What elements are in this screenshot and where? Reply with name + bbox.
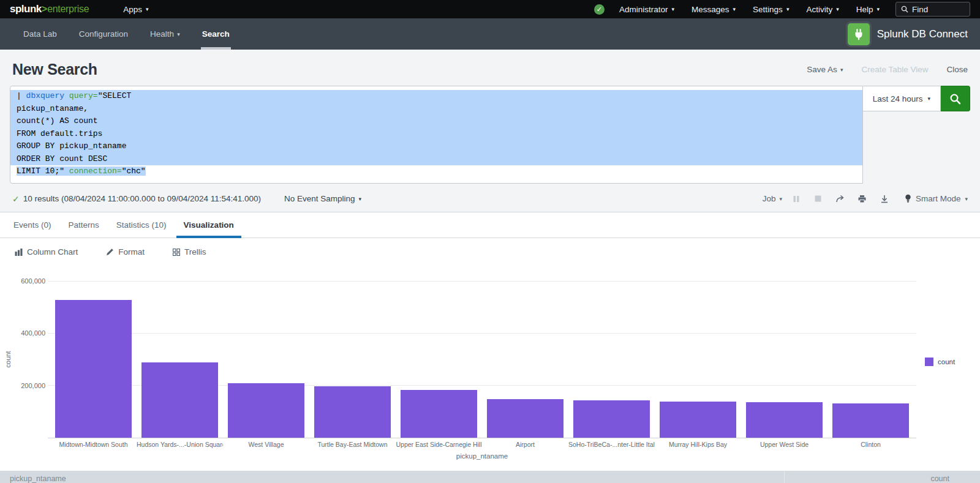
chevron-down-icon: ▾ — [733, 6, 736, 12]
tab-statistics[interactable]: Statistics (10) — [108, 220, 175, 238]
chart-bar[interactable] — [832, 403, 908, 437]
tab-events[interactable]: Events (0) — [5, 220, 60, 238]
query-line: GROUP BY pickup_ntaname — [10, 140, 862, 153]
table-header-count[interactable]: count — [784, 471, 980, 483]
chevron-down-icon: ▾ — [836, 6, 839, 12]
bar-slot — [396, 281, 482, 438]
bar-slot — [137, 281, 223, 438]
lightbulb-icon — [905, 194, 911, 203]
chart-bar[interactable] — [487, 399, 563, 438]
export-download-icon[interactable] — [876, 192, 892, 206]
job-menu[interactable]: Job▾ — [763, 194, 782, 203]
splunk-logo[interactable]: splunk>enterprise — [10, 3, 89, 15]
query-line: ORDER BY count DESC — [10, 153, 862, 166]
query-line: pickup_ntaname, — [10, 103, 862, 116]
tab-patterns[interactable]: Patterns — [60, 220, 108, 238]
settings-menu[interactable]: Settings▾ — [744, 0, 797, 18]
job-controls: Job▾ Smart Mode▾ — [763, 192, 968, 206]
chart-bar[interactable] — [314, 386, 390, 438]
find-search-input[interactable]: Find — [895, 2, 970, 17]
query-line: | dbxquery query="SELECT — [10, 90, 862, 103]
chevron-down-icon: ▾ — [876, 6, 880, 12]
y-axis-labels: 600,000 400,000 200,000 — [16, 281, 48, 438]
apps-menu[interactable]: Apps▾ — [115, 0, 157, 18]
nav-label: Search — [202, 29, 230, 39]
legend-label: count — [938, 358, 955, 365]
chart-bar[interactable] — [660, 402, 736, 437]
chart-legend[interactable]: count — [916, 358, 980, 366]
x-axis-label: Hudson Yards-...-Union Square — [137, 441, 223, 448]
chart-bar[interactable] — [746, 402, 822, 437]
bars-container — [48, 281, 916, 438]
chevron-down-icon: ▾ — [672, 6, 675, 12]
event-sampling-menu[interactable]: No Event Sampling▾ — [284, 194, 361, 203]
close-button[interactable]: Close — [946, 65, 968, 74]
plot-area — [48, 281, 916, 438]
nav-item-configuration[interactable]: Configuration — [68, 18, 139, 50]
format-button[interactable]: Format — [106, 247, 145, 256]
app-nav-bar: Data Lab Configuration Health▾ Search Sp… — [0, 18, 980, 50]
run-search-button[interactable] — [941, 86, 970, 111]
chart-type-label: Column Chart — [27, 247, 78, 256]
pause-icon[interactable] — [788, 192, 804, 206]
x-axis-label: Airport — [482, 441, 568, 448]
visualization-toolbar: Column Chart Format Trellis — [0, 238, 980, 266]
chart-bar[interactable] — [55, 300, 131, 437]
trellis-button[interactable]: Trellis — [173, 247, 206, 256]
chart-bar[interactable] — [401, 390, 477, 438]
bar-slot — [482, 281, 568, 438]
table-header-pickup-ntaname[interactable]: pickup_ntaname — [0, 471, 784, 483]
print-icon[interactable] — [854, 192, 870, 206]
search-query-input[interactable]: | dbxquery query="SELECT pickup_ntaname,… — [10, 86, 863, 184]
close-label: Close — [946, 65, 968, 74]
logo-gt: > — [42, 4, 47, 15]
create-table-view-button: Create Table View — [861, 65, 928, 74]
nav-label: Health — [150, 29, 174, 39]
save-as-button[interactable]: Save As▾ — [807, 65, 843, 74]
tab-visualization[interactable]: Visualization — [175, 220, 243, 238]
x-axis-label: Murray Hill-Kips Bay — [655, 441, 741, 448]
bar-slot — [50, 281, 137, 438]
nav-item-health[interactable]: Health▾ — [139, 18, 191, 50]
time-range-label: Last 24 hours — [873, 94, 923, 103]
search-icon — [901, 6, 908, 13]
search-mode-menu[interactable]: Smart Mode▾ — [905, 194, 968, 203]
chart-bar[interactable] — [228, 383, 304, 438]
search-bar-row: | dbxquery query="SELECT pickup_ntaname,… — [0, 86, 980, 184]
administrator-label: Administrator — [619, 5, 668, 14]
help-label: Help — [856, 5, 873, 14]
messages-menu[interactable]: Messages▾ — [683, 0, 744, 18]
save-as-label: Save As — [807, 65, 837, 74]
results-tabs: Events (0) Patterns Statistics (10) Visu… — [0, 212, 980, 238]
db-connect-plug-icon — [848, 23, 870, 45]
nav-label: Configuration — [79, 29, 128, 39]
y-tick: 600,000 — [21, 277, 45, 285]
results-summary: 10 results (08/04/2024 11:00:00.000 to 0… — [23, 194, 261, 203]
stop-icon[interactable] — [810, 192, 826, 206]
chart-type-picker[interactable]: Column Chart — [15, 247, 78, 256]
settings-label: Settings — [753, 5, 783, 14]
x-axis-label: West Village — [223, 441, 309, 448]
administrator-menu[interactable]: Administrator▾ — [611, 0, 683, 18]
y-tick: 400,000 — [21, 329, 45, 337]
chart-wrap: count 600,000 400,000 200,000 count — [0, 275, 980, 438]
activity-menu[interactable]: Activity▾ — [797, 0, 847, 18]
nav-item-data-lab[interactable]: Data Lab — [12, 18, 68, 50]
x-axis-label: Clinton — [827, 441, 914, 448]
x-axis-label: Turtle Bay-East Midtown — [309, 441, 396, 448]
chart-bar[interactable] — [573, 400, 649, 438]
chevron-down-icon: ▾ — [840, 67, 843, 73]
logo-brand: splunk — [10, 3, 42, 15]
column-chart: count 600,000 400,000 200,000 count Midt… — [0, 266, 980, 471]
help-menu[interactable]: Help▾ — [848, 0, 888, 18]
top-bar: splunk>enterprise Apps▾ ✓ Administrator▾… — [0, 0, 980, 18]
chart-bar[interactable] — [141, 362, 217, 438]
health-status-icon[interactable]: ✓ — [594, 4, 605, 15]
chevron-down-icon: ▾ — [965, 196, 968, 202]
y-axis-title: count — [0, 281, 16, 438]
page-title: New Search — [12, 61, 97, 78]
time-range-picker[interactable]: Last 24 hours▾ — [863, 86, 941, 111]
nav-item-search[interactable]: Search — [191, 18, 241, 50]
share-icon[interactable] — [832, 192, 848, 206]
bar-slot — [309, 281, 396, 438]
